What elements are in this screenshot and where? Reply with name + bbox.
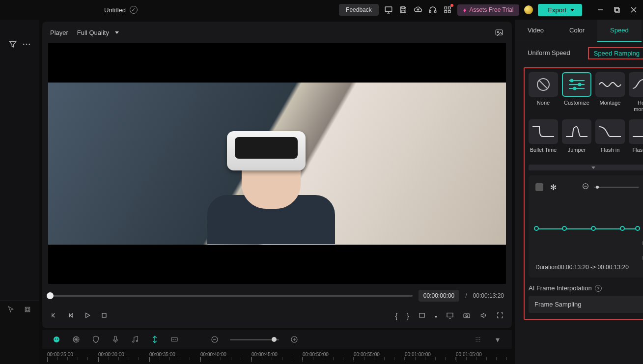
ai-interpolation-label: AI Frame Interpolation bbox=[529, 284, 592, 292]
player-panel: Player Full Quality 00:00:00:00 / 00:00:… bbox=[42, 22, 512, 328]
project-title: Untitled bbox=[104, 6, 126, 14]
svg-point-33 bbox=[476, 337, 477, 338]
svg-rect-7 bbox=[445, 11, 447, 13]
subtab-speed-ramping[interactable]: Speed Ramping bbox=[588, 47, 643, 59]
svg-rect-1 bbox=[402, 7, 405, 9]
maximize-icon[interactable] bbox=[614, 6, 620, 13]
svg-point-41 bbox=[479, 341, 480, 342]
play-icon[interactable] bbox=[84, 311, 91, 321]
volume-icon[interactable] bbox=[479, 311, 487, 321]
svg-rect-9 bbox=[615, 7, 618, 11]
mic-icon[interactable] bbox=[111, 335, 120, 344]
svg-point-24 bbox=[55, 338, 56, 339]
snowflake-icon[interactable]: ✻ bbox=[550, 183, 557, 192]
svg-rect-18 bbox=[102, 313, 106, 317]
topbar: Untitled ✓ Feedback ♦Assets Free Trial E… bbox=[0, 0, 643, 20]
curve-zoom-slider[interactable] bbox=[594, 187, 639, 188]
chevron-down-icon bbox=[570, 9, 574, 11]
video-preview[interactable] bbox=[48, 43, 506, 284]
stop-icon[interactable] bbox=[100, 311, 108, 321]
zoom-out-icon[interactable] bbox=[582, 182, 589, 192]
expand-presets-bar[interactable] bbox=[529, 165, 643, 170]
snapshot-icon[interactable] bbox=[494, 28, 504, 37]
fullscreen-icon[interactable] bbox=[496, 311, 504, 321]
monitor-icon[interactable] bbox=[384, 5, 393, 15]
ai-robot-icon[interactable] bbox=[52, 335, 61, 344]
svg-rect-15 bbox=[26, 308, 28, 310]
cursor-icon[interactable] bbox=[7, 306, 15, 315]
progress-scrubber[interactable] bbox=[50, 295, 413, 297]
brace-left-icon[interactable]: { bbox=[395, 312, 397, 321]
brace-right-icon[interactable]: } bbox=[407, 312, 409, 321]
preset-montage[interactable]: Montage bbox=[595, 72, 625, 112]
preset-hero-moment[interactable]: Hero moment bbox=[629, 72, 643, 112]
cloud-upload-icon[interactable] bbox=[413, 5, 423, 15]
feedback-button[interactable]: Feedback bbox=[339, 4, 379, 16]
preset-bullet-time[interactable]: Bullet Time bbox=[529, 119, 558, 160]
cloud-sync-icon[interactable]: ✓ bbox=[130, 6, 138, 14]
keyframe-toggle[interactable] bbox=[535, 183, 543, 191]
total-time: 00:00:13:20 bbox=[473, 292, 504, 299]
svg-rect-27 bbox=[114, 336, 117, 340]
svg-point-37 bbox=[477, 339, 478, 340]
timeline-toolbar: ▾ bbox=[42, 330, 512, 349]
svg-rect-6 bbox=[448, 7, 450, 9]
svg-rect-2 bbox=[402, 10, 405, 13]
tab-video[interactable]: Video bbox=[515, 20, 557, 42]
svg-rect-30 bbox=[171, 337, 177, 341]
duration-value: 00:00:13:20 -> 00:00:13:20 bbox=[558, 264, 628, 271]
display-icon[interactable] bbox=[446, 311, 454, 321]
preset-jumper[interactable]: Jumper bbox=[562, 119, 591, 160]
svg-rect-0 bbox=[385, 7, 392, 12]
tab-speed[interactable]: Speed bbox=[597, 20, 642, 42]
step-back-icon[interactable] bbox=[67, 311, 75, 321]
crop-ratio-icon[interactable] bbox=[418, 311, 426, 321]
crop-icon[interactable] bbox=[24, 306, 31, 315]
headphones-icon[interactable] bbox=[428, 5, 438, 15]
svg-point-23 bbox=[54, 336, 59, 342]
apps-icon[interactable] bbox=[443, 5, 452, 15]
svg-point-12 bbox=[26, 44, 28, 45]
preset-customize[interactable]: Customize bbox=[562, 72, 591, 112]
subtitle-icon[interactable] bbox=[170, 335, 179, 344]
svg-point-43 bbox=[571, 80, 573, 82]
svg-point-40 bbox=[477, 341, 478, 342]
ai-interpolation-select[interactable]: Frame Sampling bbox=[529, 296, 643, 313]
svg-point-11 bbox=[23, 44, 25, 45]
export-button[interactable]: Export bbox=[538, 4, 582, 16]
assets-trial-button[interactable]: ♦Assets Free Trial bbox=[457, 4, 520, 16]
timeline-ruler[interactable]: 00:00:25:0000:00:30:0000:00:35:0000:00:4… bbox=[42, 349, 512, 364]
speed-curve-chart[interactable]: 10x 5x 1x 0.5x 0.1x bbox=[535, 199, 643, 258]
marker-icon[interactable] bbox=[150, 335, 159, 344]
zoom-out-icon[interactable] bbox=[210, 335, 219, 344]
preset-flash-out[interactable]: Flash out bbox=[629, 119, 643, 160]
svg-point-34 bbox=[477, 337, 478, 338]
zoom-in-icon[interactable] bbox=[290, 335, 299, 344]
prev-frame-icon[interactable] bbox=[50, 311, 58, 321]
save-icon[interactable] bbox=[398, 5, 408, 15]
chevron-down-icon[interactable]: ▾ bbox=[493, 335, 502, 344]
svg-rect-20 bbox=[447, 313, 453, 317]
svg-point-28 bbox=[133, 341, 134, 342]
chevron-down-icon bbox=[115, 31, 119, 34]
preset-flash-in[interactable]: Flash in bbox=[595, 119, 625, 160]
filter-icon[interactable] bbox=[8, 39, 18, 49]
svg-rect-21 bbox=[464, 314, 470, 318]
quality-select[interactable]: Full Quality bbox=[77, 29, 119, 36]
more-icon[interactable] bbox=[22, 39, 31, 49]
tab-color[interactable]: Color bbox=[557, 20, 597, 42]
subtab-uniform-speed[interactable]: Uniform Speed bbox=[525, 47, 573, 59]
gold-coin-icon[interactable] bbox=[524, 5, 533, 14]
color-wheel-icon[interactable] bbox=[72, 335, 81, 344]
timeline-zoom-slider[interactable] bbox=[230, 339, 279, 340]
help-icon[interactable]: ? bbox=[595, 285, 602, 292]
preset-none[interactable]: None bbox=[529, 72, 558, 112]
camera-icon[interactable] bbox=[463, 311, 471, 321]
minimize-icon[interactable] bbox=[597, 6, 604, 13]
svg-point-22 bbox=[466, 315, 468, 317]
close-icon[interactable] bbox=[630, 6, 637, 13]
duration-label: Duration bbox=[535, 264, 558, 271]
music-icon[interactable] bbox=[131, 335, 140, 344]
grid-view-icon[interactable] bbox=[474, 335, 482, 344]
shield-icon[interactable] bbox=[91, 335, 100, 344]
